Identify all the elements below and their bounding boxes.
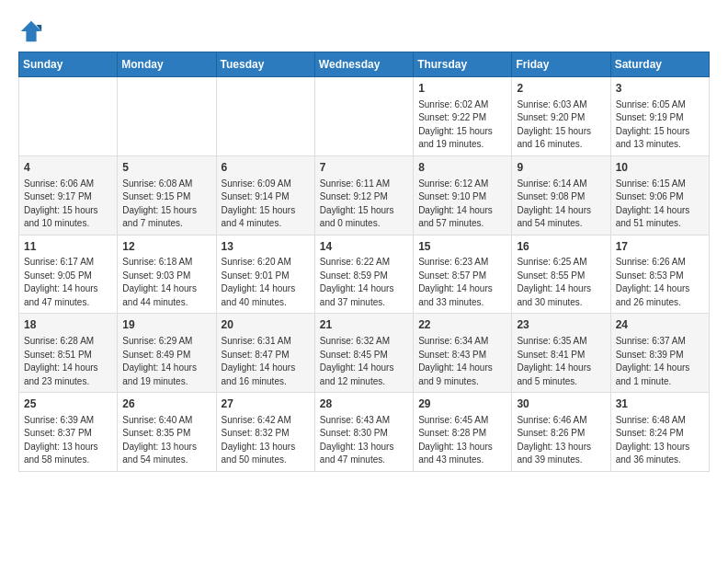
day-number: 20 [222, 317, 310, 333]
weekday-thursday: Thursday [414, 52, 512, 77]
day-info: Sunrise: 6:09 AM Sunset: 9:14 PM Dayligh… [222, 178, 310, 231]
day-info: Sunrise: 6:28 AM Sunset: 8:51 PM Dayligh… [24, 335, 112, 388]
calendar-cell: 8Sunrise: 6:12 AM Sunset: 9:10 PM Daylig… [414, 155, 512, 235]
weekday-monday: Monday [118, 52, 216, 77]
day-info: Sunrise: 6:05 AM Sunset: 9:19 PM Dayligh… [616, 98, 704, 152]
day-number: 5 [122, 160, 210, 176]
day-number: 7 [320, 160, 408, 176]
weekday-tuesday: Tuesday [216, 52, 314, 77]
weekday-friday: Friday [512, 52, 610, 77]
week-row-2: 11Sunrise: 6:17 AM Sunset: 9:05 PM Dayli… [19, 235, 710, 314]
day-number: 18 [24, 317, 112, 333]
calendar-cell: 30Sunrise: 6:46 AM Sunset: 8:26 PM Dayli… [512, 393, 610, 472]
calendar-cell: 15Sunrise: 6:23 AM Sunset: 8:57 PM Dayli… [414, 235, 512, 314]
day-number: 15 [418, 239, 506, 255]
day-number: 27 [222, 396, 310, 412]
day-number: 1 [418, 81, 506, 97]
calendar-cell: 28Sunrise: 6:43 AM Sunset: 8:30 PM Dayli… [314, 393, 413, 472]
day-number: 25 [24, 396, 112, 412]
day-number: 8 [418, 160, 506, 176]
day-info: Sunrise: 6:48 AM Sunset: 8:24 PM Dayligh… [616, 414, 704, 467]
day-info: Sunrise: 6:40 AM Sunset: 8:35 PM Dayligh… [122, 414, 210, 467]
day-number: 22 [418, 317, 506, 333]
day-number: 19 [122, 317, 210, 333]
day-info: Sunrise: 6:39 AM Sunset: 8:37 PM Dayligh… [24, 414, 112, 467]
calendar-cell: 29Sunrise: 6:45 AM Sunset: 8:28 PM Dayli… [414, 393, 512, 472]
week-row-0: 1Sunrise: 6:02 AM Sunset: 9:22 PM Daylig… [19, 77, 710, 156]
calendar-cell: 16Sunrise: 6:25 AM Sunset: 8:55 PM Dayli… [512, 235, 610, 314]
day-info: Sunrise: 6:14 AM Sunset: 9:08 PM Dayligh… [517, 178, 605, 231]
calendar-cell [19, 77, 118, 156]
day-number: 30 [517, 396, 605, 412]
day-number: 4 [24, 160, 112, 176]
calendar-cell: 4Sunrise: 6:06 AM Sunset: 9:17 PM Daylig… [19, 155, 118, 235]
calendar-cell: 21Sunrise: 6:32 AM Sunset: 8:45 PM Dayli… [314, 314, 413, 393]
calendar-cell: 7Sunrise: 6:11 AM Sunset: 9:12 PM Daylig… [314, 155, 413, 235]
day-number: 2 [517, 81, 605, 97]
day-number: 28 [320, 396, 408, 412]
week-row-4: 25Sunrise: 6:39 AM Sunset: 8:37 PM Dayli… [19, 393, 710, 472]
weekday-wednesday: Wednesday [314, 52, 413, 77]
day-info: Sunrise: 6:11 AM Sunset: 9:12 PM Dayligh… [320, 178, 408, 231]
day-info: Sunrise: 6:03 AM Sunset: 9:20 PM Dayligh… [517, 98, 605, 152]
calendar-cell: 22Sunrise: 6:34 AM Sunset: 8:43 PM Dayli… [414, 314, 512, 393]
day-info: Sunrise: 6:02 AM Sunset: 9:22 PM Dayligh… [418, 98, 506, 152]
page: SundayMondayTuesdayWednesdayThursdayFrid… [0, 0, 728, 483]
calendar-cell: 17Sunrise: 6:26 AM Sunset: 8:53 PM Dayli… [610, 235, 709, 314]
day-info: Sunrise: 6:34 AM Sunset: 8:43 PM Dayligh… [418, 335, 506, 388]
day-info: Sunrise: 6:15 AM Sunset: 9:06 PM Dayligh… [616, 178, 704, 231]
calendar-cell: 31Sunrise: 6:48 AM Sunset: 8:24 PM Dayli… [610, 393, 709, 472]
day-number: 9 [517, 160, 605, 176]
calendar-cell: 5Sunrise: 6:08 AM Sunset: 9:15 PM Daylig… [118, 155, 216, 235]
day-number: 16 [517, 239, 605, 255]
weekday-saturday: Saturday [610, 52, 709, 77]
day-info: Sunrise: 6:29 AM Sunset: 8:49 PM Dayligh… [122, 335, 210, 388]
day-number: 12 [122, 239, 210, 255]
day-number: 26 [122, 396, 210, 412]
calendar-cell: 18Sunrise: 6:28 AM Sunset: 8:51 PM Dayli… [19, 314, 118, 393]
day-number: 21 [320, 317, 408, 333]
logo [18, 18, 48, 44]
day-number: 31 [616, 396, 704, 412]
day-number: 23 [517, 317, 605, 333]
day-info: Sunrise: 6:17 AM Sunset: 9:05 PM Dayligh… [24, 256, 112, 309]
day-number: 10 [616, 160, 704, 176]
day-number: 6 [222, 160, 310, 176]
day-number: 14 [320, 239, 408, 255]
day-info: Sunrise: 6:20 AM Sunset: 9:01 PM Dayligh… [222, 256, 310, 309]
header [18, 15, 710, 44]
calendar-cell: 24Sunrise: 6:37 AM Sunset: 8:39 PM Dayli… [610, 314, 709, 393]
calendar-cell [118, 77, 216, 156]
day-info: Sunrise: 6:26 AM Sunset: 8:53 PM Dayligh… [616, 256, 704, 309]
day-number: 17 [616, 239, 704, 255]
day-info: Sunrise: 6:12 AM Sunset: 9:10 PM Dayligh… [418, 178, 506, 231]
calendar-cell: 23Sunrise: 6:35 AM Sunset: 8:41 PM Dayli… [512, 314, 610, 393]
calendar-table: SundayMondayTuesdayWednesdayThursdayFrid… [18, 52, 710, 472]
day-number: 24 [616, 317, 704, 333]
calendar-cell: 9Sunrise: 6:14 AM Sunset: 9:08 PM Daylig… [512, 155, 610, 235]
weekday-sunday: Sunday [19, 52, 118, 77]
calendar-cell: 6Sunrise: 6:09 AM Sunset: 9:14 PM Daylig… [216, 155, 314, 235]
day-info: Sunrise: 6:08 AM Sunset: 9:15 PM Dayligh… [122, 178, 210, 231]
calendar-cell: 1Sunrise: 6:02 AM Sunset: 9:22 PM Daylig… [414, 77, 512, 156]
calendar-cell: 13Sunrise: 6:20 AM Sunset: 9:01 PM Dayli… [216, 235, 314, 314]
day-info: Sunrise: 6:31 AM Sunset: 8:47 PM Dayligh… [222, 335, 310, 388]
day-number: 29 [418, 396, 506, 412]
calendar-body: 1Sunrise: 6:02 AM Sunset: 9:22 PM Daylig… [19, 77, 710, 472]
day-info: Sunrise: 6:25 AM Sunset: 8:55 PM Dayligh… [517, 256, 605, 309]
day-info: Sunrise: 6:43 AM Sunset: 8:30 PM Dayligh… [320, 414, 408, 467]
logo-icon [18, 18, 44, 44]
day-number: 11 [24, 239, 112, 255]
calendar-cell [314, 77, 413, 156]
calendar-header: SundayMondayTuesdayWednesdayThursdayFrid… [19, 52, 710, 77]
day-info: Sunrise: 6:35 AM Sunset: 8:41 PM Dayligh… [517, 335, 605, 388]
calendar-cell: 11Sunrise: 6:17 AM Sunset: 9:05 PM Dayli… [19, 235, 118, 314]
day-info: Sunrise: 6:22 AM Sunset: 8:59 PM Dayligh… [320, 256, 408, 309]
calendar-cell: 19Sunrise: 6:29 AM Sunset: 8:49 PM Dayli… [118, 314, 216, 393]
calendar-cell: 25Sunrise: 6:39 AM Sunset: 8:37 PM Dayli… [19, 393, 118, 472]
day-info: Sunrise: 6:06 AM Sunset: 9:17 PM Dayligh… [24, 178, 112, 231]
week-row-1: 4Sunrise: 6:06 AM Sunset: 9:17 PM Daylig… [19, 155, 710, 235]
day-info: Sunrise: 6:18 AM Sunset: 9:03 PM Dayligh… [122, 256, 210, 309]
calendar-cell: 26Sunrise: 6:40 AM Sunset: 8:35 PM Dayli… [118, 393, 216, 472]
weekday-header-row: SundayMondayTuesdayWednesdayThursdayFrid… [19, 52, 710, 77]
